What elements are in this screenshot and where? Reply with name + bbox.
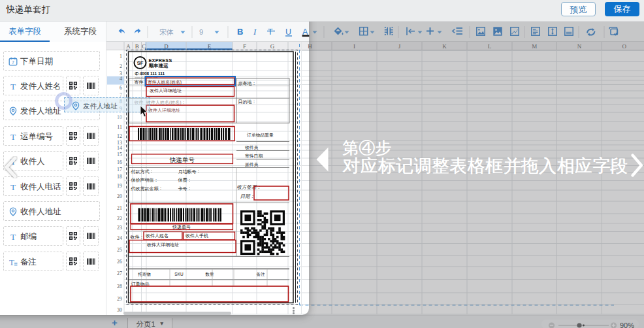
- svg-text:26: 26: [117, 259, 122, 265]
- svg-text:11: 11: [117, 124, 122, 130]
- svg-text:30: 30: [117, 307, 122, 313]
- svg-text:T: T: [9, 257, 14, 267]
- svg-text:D: D: [164, 43, 169, 50]
- svg-text:16: 16: [117, 159, 122, 165]
- svg-text:日期：: 日期：: [240, 193, 255, 199]
- svg-text:派件员: 派件员: [245, 162, 259, 167]
- svg-text:14: 14: [117, 145, 122, 151]
- svg-text:托寄物: 托寄物: [137, 272, 151, 277]
- svg-text:付款方式：: 付款方式：: [131, 169, 154, 174]
- svg-text:20: 20: [117, 193, 122, 199]
- svg-text:O: O: [622, 43, 627, 50]
- svg-text:收件人详细地址: 收件人详细地址: [147, 242, 179, 248]
- svg-text:K: K: [442, 43, 447, 50]
- svg-text:28: 28: [117, 284, 122, 289]
- svg-text:6: 6: [120, 85, 122, 91]
- svg-text:N: N: [577, 43, 582, 50]
- svg-text:收件人详细地址: 收件人详细地址: [148, 107, 180, 113]
- svg-text:发件人详细地址: 发件人详细地址: [150, 88, 182, 93]
- svg-text:17: 17: [117, 167, 122, 172]
- svg-text:1: 1: [120, 54, 122, 59]
- svg-text:收件人姓名: 收件人姓名: [146, 233, 169, 238]
- svg-text:订单物品重量: 订单物品重量: [247, 133, 274, 138]
- svg-text:快递单号: 快递单号: [172, 225, 191, 229]
- svg-text:备注: 备注: [257, 272, 266, 277]
- svg-text:原寄地：: 原寄地：: [238, 81, 257, 86]
- svg-text:宋体: 宋体: [159, 28, 174, 36]
- svg-text:T: T: [10, 132, 16, 141]
- svg-text:29: 29: [117, 296, 122, 302]
- svg-text:T: T: [10, 182, 16, 191]
- svg-text:23: 23: [117, 225, 122, 231]
- svg-text:收件员: 收件员: [245, 145, 259, 150]
- svg-text:90%: 90%: [620, 321, 634, 328]
- svg-text:顺丰速运: 顺丰速运: [148, 63, 169, 69]
- svg-text:22: 22: [117, 216, 122, 221]
- svg-text:A: A: [126, 43, 131, 50]
- svg-text:10: 10: [117, 114, 122, 120]
- svg-text:数量: 数量: [205, 272, 215, 276]
- svg-text:21: 21: [117, 205, 122, 211]
- svg-text:18: 18: [117, 174, 122, 180]
- svg-text:E: E: [208, 43, 212, 50]
- svg-text:SKU: SKU: [174, 272, 184, 276]
- svg-text:保费：: 保费：: [178, 178, 192, 182]
- svg-text:B: B: [237, 27, 243, 37]
- svg-text:收件人姓名(姓名)：: 收件人姓名(姓名)：: [146, 100, 186, 105]
- svg-text:U: U: [285, 27, 291, 37]
- svg-text:25: 25: [117, 247, 122, 253]
- svg-text:代收货款金额：: 代收货款金额：: [131, 186, 163, 191]
- svg-text:寄件日期: 寄件日期: [245, 154, 263, 159]
- svg-text:C: C: [142, 43, 146, 50]
- svg-text:A: A: [302, 27, 308, 37]
- svg-text:寄件: 寄件: [135, 80, 144, 85]
- svg-text:目的地：: 目的地：: [238, 99, 257, 105]
- svg-text:T: T: [10, 232, 16, 241]
- svg-text:收件：: 收件：: [131, 235, 144, 240]
- svg-text:B: B: [135, 43, 139, 50]
- svg-text:保价声明值：: 保价声明值：: [131, 178, 159, 182]
- svg-text:19: 19: [117, 183, 122, 189]
- svg-text:2: 2: [120, 63, 122, 69]
- svg-text:J: J: [398, 43, 401, 50]
- svg-text:9: 9: [199, 28, 203, 36]
- svg-text:F: F: [243, 43, 246, 50]
- svg-text:月结帐号：: 月结帐号：: [178, 169, 201, 174]
- svg-text:收件人手机: 收件人手机: [185, 233, 208, 238]
- svg-text:M: M: [532, 43, 537, 50]
- svg-text:4: 4: [120, 76, 122, 82]
- svg-text:✆ 4008 111 111: ✆ 4008 111 111: [135, 71, 165, 76]
- svg-text:快递单号: 快递单号: [169, 156, 195, 163]
- svg-text:T: T: [268, 27, 273, 37]
- svg-text:T: T: [10, 82, 16, 91]
- svg-text:12: 12: [117, 133, 122, 139]
- svg-text:27: 27: [117, 271, 122, 276]
- svg-text:收方签署：: 收方签署：: [237, 184, 262, 190]
- svg-text:L: L: [488, 43, 492, 50]
- svg-text:7: 7: [12, 60, 14, 65]
- svg-text:卡号：: 卡号：: [178, 186, 192, 191]
- svg-text:I: I: [353, 43, 355, 50]
- svg-text:G: G: [270, 43, 275, 50]
- svg-text:H: H: [308, 43, 312, 50]
- svg-text:I: I: [253, 27, 257, 37]
- svg-text:24: 24: [117, 235, 122, 241]
- svg-text:寄件人姓名(姓名): 寄件人姓名(姓名): [148, 80, 182, 85]
- svg-text:15: 15: [117, 152, 122, 157]
- svg-text:SF: SF: [137, 60, 144, 66]
